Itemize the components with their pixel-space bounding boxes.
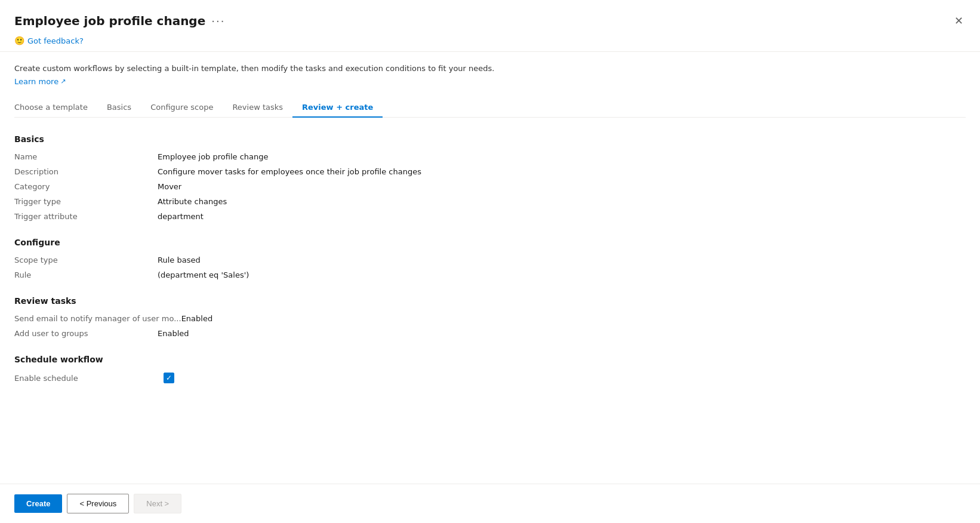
review-tasks-groups-label: Add user to groups [14, 329, 158, 338]
basics-category-value: Mover [158, 182, 181, 191]
tab-review-tasks[interactable]: Review tasks [223, 98, 292, 118]
learn-more-text: Learn more [14, 77, 58, 86]
basics-category-label: Category [14, 182, 158, 191]
dialog-body: Create custom workflows by selecting a b… [0, 52, 980, 484]
basics-trigger-type-row: Trigger type Attribute changes [14, 197, 966, 206]
basics-section: Basics Name Employee job profile change … [14, 134, 966, 221]
basics-description-label: Description [14, 167, 158, 176]
review-tasks-section-title: Review tasks [14, 296, 966, 306]
basics-description-value: Configure mover tasks for employees once… [158, 167, 421, 176]
dialog-title: Employee job profile change [14, 14, 205, 28]
tab-configure-scope[interactable]: Configure scope [141, 98, 223, 118]
feedback-bar: 🙂 Got feedback? [0, 30, 980, 52]
dialog: Employee job profile change ··· ✕ 🙂 Got … [0, 0, 980, 523]
basics-name-value: Employee job profile change [158, 152, 269, 161]
feedback-icon: 🙂 [14, 36, 24, 45]
basics-name-row: Name Employee job profile change [14, 152, 966, 161]
external-link-icon: ↗ [60, 78, 66, 85]
review-tasks-email-value: Enabled [181, 314, 213, 323]
configure-rule-value: (department eq 'Sales') [158, 270, 249, 279]
create-button[interactable]: Create [14, 494, 62, 513]
review-tasks-groups-value: Enabled [158, 329, 189, 338]
basics-category-row: Category Mover [14, 182, 966, 191]
more-options-icon[interactable]: ··· [211, 15, 225, 27]
feedback-text: Got feedback? [27, 36, 84, 45]
tab-basics[interactable]: Basics [97, 98, 141, 118]
review-tasks-email-row: Send email to notify manager of user mo.… [14, 314, 966, 323]
next-button: Next > [134, 494, 181, 513]
configure-rule-row: Rule (department eq 'Sales') [14, 270, 966, 279]
dialog-footer: Create < Previous Next > [0, 484, 980, 523]
tabs-nav: Choose a template Basics Configure scope… [14, 98, 966, 118]
configure-section-title: Configure [14, 238, 966, 247]
configure-scope-type-value: Rule based [158, 256, 201, 264]
enable-schedule-row: Enable schedule [14, 373, 966, 383]
configure-rule-label: Rule [14, 270, 158, 279]
close-button[interactable]: ✕ [952, 12, 966, 30]
schedule-section: Schedule workflow Enable schedule [14, 355, 966, 383]
schedule-section-title: Schedule workflow [14, 355, 966, 364]
configure-scope-type-label: Scope type [14, 256, 158, 264]
basics-trigger-type-label: Trigger type [14, 197, 158, 206]
tab-choose-template[interactable]: Choose a template [14, 98, 97, 118]
configure-section: Configure Scope type Rule based Rule (de… [14, 238, 966, 279]
feedback-link[interactable]: 🙂 Got feedback? [14, 36, 84, 45]
basics-name-label: Name [14, 152, 158, 161]
dialog-header: Employee job profile change ··· ✕ [0, 0, 980, 30]
tab-review-create[interactable]: Review + create [292, 98, 383, 118]
learn-more-link[interactable]: Learn more ↗ [14, 77, 66, 86]
enable-schedule-checkbox[interactable] [164, 373, 174, 383]
previous-button[interactable]: < Previous [67, 494, 129, 513]
basics-section-title: Basics [14, 134, 966, 144]
basics-trigger-type-value: Attribute changes [158, 197, 227, 206]
review-tasks-email-label: Send email to notify manager of user mo.… [14, 314, 181, 323]
configure-scope-type-row: Scope type Rule based [14, 256, 966, 264]
basics-description-row: Description Configure mover tasks for em… [14, 167, 966, 176]
review-tasks-groups-row: Add user to groups Enabled [14, 329, 966, 338]
subtitle-text: Create custom workflows by selecting a b… [14, 64, 966, 73]
enable-schedule-label: Enable schedule [14, 374, 158, 383]
basics-trigger-attribute-value: department [158, 212, 204, 221]
title-row: Employee job profile change ··· [14, 14, 225, 28]
review-tasks-section: Review tasks Send email to notify manage… [14, 296, 966, 338]
basics-trigger-attribute-label: Trigger attribute [14, 212, 158, 221]
basics-trigger-attribute-row: Trigger attribute department [14, 212, 966, 221]
